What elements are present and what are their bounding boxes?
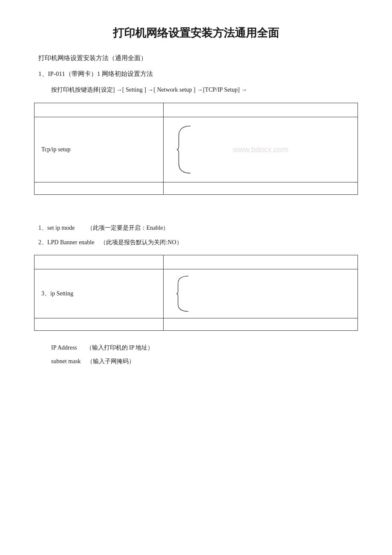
table-tcpip-setup: Tcp/ip setup www.bdocx.com bbox=[34, 103, 358, 195]
table2-header-left bbox=[35, 255, 164, 269]
table2-header-right bbox=[164, 255, 357, 269]
subnet-mask-label: subnet mask bbox=[51, 358, 81, 364]
table1-footer-row bbox=[35, 182, 357, 194]
table2-footer-right bbox=[164, 318, 357, 330]
page-main-title: 打印机网络设置安装方法通用全面 bbox=[34, 26, 358, 40]
ip-address-label: IP Address bbox=[51, 344, 77, 351]
watermark: www.bdocx.com bbox=[233, 145, 288, 154]
item1-label: 1、set ip mode bbox=[38, 225, 75, 231]
table2-cell-left: 3、ip Setting bbox=[35, 269, 164, 318]
table1-cell-left: Tcp/ip setup bbox=[35, 117, 164, 182]
items-list: 1、set ip mode （此项一定要是开启：Enable） 2、LPD Ba… bbox=[34, 223, 358, 248]
item1-spacer bbox=[76, 225, 85, 231]
list-item-2: 2、LPD Banner enable （此项是报告默认为关闭:NO） bbox=[38, 237, 358, 248]
bottom-notes: IP Address （输入打印机的 IP 地址） subnet mask （输… bbox=[34, 343, 358, 367]
subnet-mask-spacer bbox=[82, 358, 85, 364]
table2-footer-row bbox=[35, 318, 357, 330]
ip-setting-label: 3、ip Setting bbox=[41, 290, 73, 298]
table2-footer-left bbox=[35, 318, 164, 330]
table1-header-row bbox=[35, 103, 357, 117]
instruction-text-1: 按打印机按键选择[设定] →[ Setting ] →[ Network set… bbox=[34, 85, 358, 95]
note-subnet-mask: subnet mask （输入子网掩码） bbox=[51, 356, 358, 367]
table1-body-row: Tcp/ip setup www.bdocx.com bbox=[35, 117, 357, 182]
list-item-1: 1、set ip mode （此项一定要是开启：Enable） bbox=[38, 223, 358, 233]
table-ip-setting: 3、ip Setting bbox=[34, 255, 358, 331]
page-subtitle: 打印机网络设置安装方法（通用全面） bbox=[34, 54, 358, 62]
table1-footer-right bbox=[164, 182, 357, 194]
note-ip-address: IP Address （输入打印机的 IP 地址） bbox=[51, 343, 358, 353]
table2-body-row: 3、ip Setting bbox=[35, 269, 357, 318]
table1-footer-left bbox=[35, 182, 164, 194]
item1-detail: （此项一定要是开启：Enable） bbox=[87, 225, 169, 231]
item2-spacer bbox=[96, 239, 99, 246]
right-brace-icon-2 bbox=[174, 275, 195, 313]
ip-address-detail: （输入打印机的 IP 地址） bbox=[86, 344, 154, 351]
item2-label: 2、LPD Banner enable bbox=[38, 239, 94, 246]
right-brace-icon bbox=[174, 124, 199, 175]
table1-header-right bbox=[164, 103, 357, 117]
table1-cell-right: www.bdocx.com bbox=[164, 117, 357, 182]
ip-address-spacer bbox=[78, 344, 84, 351]
subnet-mask-detail: （输入子网掩码） bbox=[87, 358, 135, 364]
item2-detail: （此项是报告默认为关闭:NO） bbox=[100, 239, 182, 246]
tcpip-setup-label: Tcp/ip setup bbox=[41, 146, 71, 153]
table2-header-row bbox=[35, 255, 357, 269]
section1-heading: 1、IP-011（带网卡）1 网络初始设置方法 bbox=[34, 70, 358, 78]
table1-header-left bbox=[35, 103, 164, 117]
table2-cell-right bbox=[164, 269, 357, 318]
